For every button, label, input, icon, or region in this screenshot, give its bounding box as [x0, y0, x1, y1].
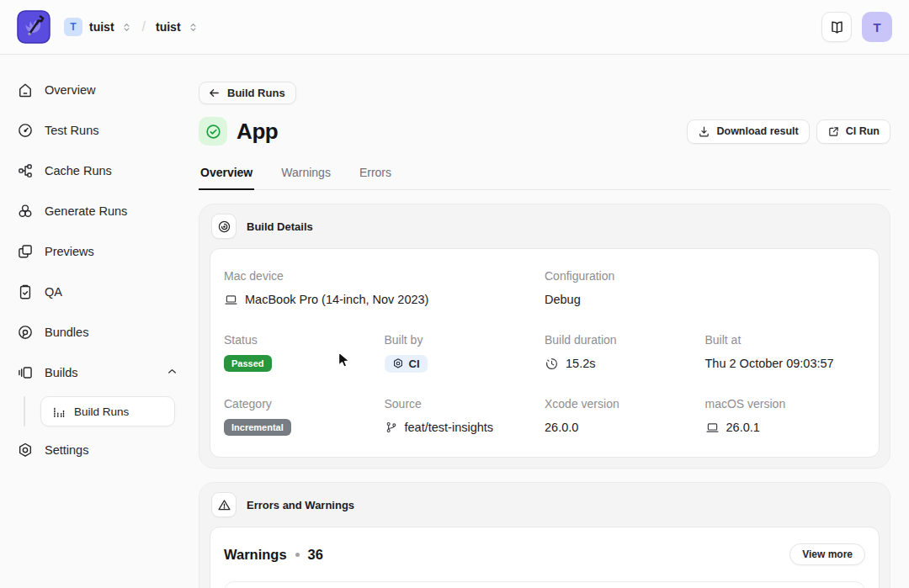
- field-label: Xcode version: [545, 397, 705, 411]
- top-bar: T tuist / tuist T: [0, 0, 909, 55]
- sidebar-item-label: Builds: [45, 366, 78, 379]
- tab-warnings[interactable]: Warnings: [279, 166, 332, 189]
- sidebar-item-label: Generate Runs: [45, 204, 127, 218]
- breadcrumb: T tuist / tuist: [64, 18, 199, 36]
- tab-overview[interactable]: Overview: [199, 166, 254, 190]
- view-more-button[interactable]: View more: [789, 543, 865, 565]
- field-status: Status Passed: [224, 333, 385, 373]
- sidebar-item-label: Cache Runs: [45, 164, 112, 177]
- back-to-build-runs-button[interactable]: Build Runs: [199, 82, 296, 104]
- dot-separator: [295, 553, 300, 557]
- ci-run-button[interactable]: CI Run: [816, 119, 890, 144]
- arrow-left-icon: [208, 87, 221, 99]
- builds-icon: [17, 364, 34, 381]
- sidebar-item-qa[interactable]: QA: [10, 275, 185, 309]
- warnings-heading: Warnings: [224, 547, 287, 563]
- field-value: MacBook Pro (14-inch, Nov 2023): [245, 293, 428, 306]
- field-xcode-version: Xcode version 26.0.0: [545, 397, 705, 437]
- sidebar-item-overview[interactable]: Overview: [10, 73, 185, 107]
- sidebar-item-previews[interactable]: Previews: [10, 235, 185, 268]
- hexagon-nut-icon: [392, 358, 404, 369]
- three-circles-icon: [17, 203, 34, 220]
- project-name[interactable]: tuist: [156, 20, 181, 34]
- tree-indent-line: [24, 396, 25, 426]
- field-value: Debug: [545, 293, 581, 306]
- build-details-card: Build Details Mac device MacBook Pro (14…: [199, 204, 890, 469]
- errors-warnings-icon-box: [211, 492, 237, 517]
- field-label: Status: [224, 333, 385, 347]
- field-category: Category Incremental: [224, 397, 385, 437]
- hammer-circle-icon: [217, 220, 231, 234]
- sidebar-item-cache-runs[interactable]: Cache Runs: [10, 154, 185, 188]
- field-value: Thu 2 October 09:03:57: [705, 357, 834, 370]
- field-label: Mac device: [224, 269, 545, 283]
- sidebar-item-label: Overview: [45, 83, 95, 97]
- field-value: feat/test-insights: [405, 421, 494, 434]
- bar-chart-icon: [51, 405, 66, 419]
- git-branch-icon: [385, 421, 398, 434]
- sidebar-item-label: Previews: [45, 245, 94, 258]
- org-name[interactable]: tuist: [89, 20, 114, 34]
- built-by-chip: CI: [385, 355, 428, 373]
- app-window: T tuist / tuist T Overview: [0, 0, 909, 588]
- page-title: App: [237, 119, 278, 145]
- sidebar-item-label: Test Runs: [45, 124, 98, 137]
- breadcrumb-separator: /: [142, 19, 146, 34]
- category-badge: Incremental: [224, 419, 291, 436]
- field-value: 15.2s: [566, 357, 595, 370]
- ci-run-button-label: CI Run: [846, 125, 880, 137]
- sidebar-item-label: Build Runs: [74, 405, 129, 418]
- org-switcher-icon[interactable]: [121, 22, 132, 33]
- gear-icon: [17, 442, 34, 458]
- house-icon: [17, 82, 34, 98]
- field-label: Built by: [385, 333, 545, 347]
- laptop-icon: [224, 293, 238, 307]
- sidebar-item-settings[interactable]: Settings: [10, 433, 185, 467]
- check-circle-icon: [205, 123, 222, 140]
- field-label: Category: [224, 397, 385, 411]
- warning-list-item[interactable]: Emit Swift module (arm64) TuistServer • …: [224, 581, 865, 588]
- chevron-up-icon[interactable]: [166, 365, 178, 380]
- frames-icon: [17, 243, 34, 260]
- field-label: macOS version: [705, 397, 866, 411]
- laptop-icon: [705, 421, 720, 435]
- sidebar-item-test-runs[interactable]: Test Runs: [10, 114, 185, 147]
- field-build-duration: Build duration 15.2s: [545, 333, 705, 373]
- gauge-icon: [17, 122, 34, 139]
- field-built-at: Built at Thu 2 October 09:03:57: [705, 333, 866, 373]
- docs-button[interactable]: [821, 12, 852, 42]
- clock-icon: [545, 357, 559, 371]
- sidebar-item-label: Settings: [45, 443, 88, 457]
- clipboard-check-icon: [17, 283, 34, 300]
- sidebar-item-build-runs[interactable]: Build Runs: [40, 396, 175, 426]
- download-icon: [698, 125, 710, 138]
- user-avatar[interactable]: T: [862, 12, 892, 42]
- sidebar-item-label: QA: [45, 285, 62, 299]
- field-value: 26.0.1: [726, 421, 760, 434]
- field-label: Configuration: [545, 269, 865, 283]
- tree-structure-icon: [17, 162, 34, 179]
- project-switcher-icon[interactable]: [188, 22, 199, 33]
- tuist-logo-icon: [17, 10, 50, 44]
- warning-triangle-icon: [217, 498, 231, 512]
- field-label: Source: [385, 397, 545, 411]
- build-details-icon-box: [211, 214, 237, 239]
- field-label: Build duration: [545, 333, 705, 347]
- main-content: Build Runs App Download result CI Run Ov…: [195, 55, 909, 588]
- field-macos-version: macOS version 26.0.1: [705, 397, 866, 437]
- sidebar-item-generate-runs[interactable]: Generate Runs: [10, 194, 185, 228]
- field-configuration: Configuration Debug: [545, 269, 865, 309]
- field-source: Source feat/test-insights: [385, 397, 545, 437]
- tab-bar: Overview Warnings Errors: [199, 166, 890, 190]
- download-button-label: Download result: [716, 125, 798, 137]
- sidebar-item-builds[interactable]: Builds: [10, 356, 185, 389]
- tab-errors[interactable]: Errors: [358, 166, 393, 189]
- external-link-icon: [827, 125, 840, 138]
- section-title: Build Details: [247, 220, 313, 233]
- sidebar-item-bundles[interactable]: Bundles: [10, 315, 185, 349]
- org-initial-chip: T: [64, 18, 82, 36]
- built-by-value: CI: [409, 358, 420, 370]
- sidebar-item-label: Bundles: [45, 326, 88, 339]
- field-mac-device: Mac device MacBook Pro (14-inch, Nov 202…: [224, 269, 545, 309]
- download-result-button[interactable]: Download result: [687, 119, 809, 144]
